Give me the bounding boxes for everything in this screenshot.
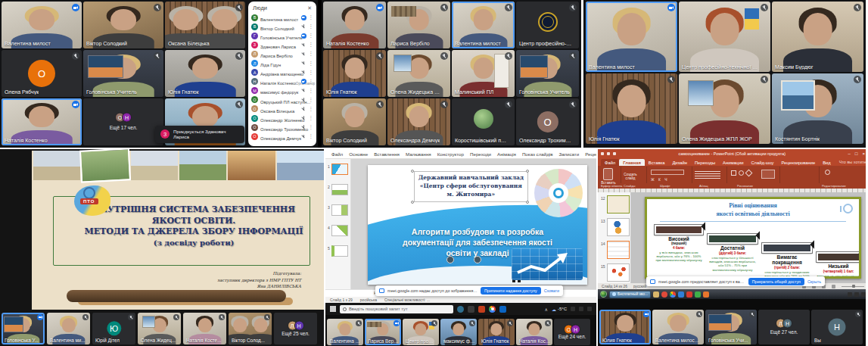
word-icon[interactable] (678, 291, 684, 298)
ribbon-tab[interactable]: Слайд-шоу (747, 159, 777, 166)
more-options-icon[interactable]: ⋮ (309, 33, 314, 39)
tray-icon[interactable] (571, 307, 575, 311)
participant-tile[interactable]: ЛНЕщё 27 чел. (758, 310, 810, 344)
ribbon-tab[interactable]: Главная (619, 159, 645, 166)
more-options-icon[interactable]: ⋮ (309, 23, 314, 30)
more-options-icon[interactable]: ⋮ (309, 115, 314, 121)
participant-tile[interactable]: Головінська Учитель (83, 50, 163, 97)
powerpoint-icon[interactable] (478, 306, 485, 313)
language-indicator[interactable]: русский (633, 285, 646, 288)
participant-tile[interactable]: ЛНЕщё 25 чел. (274, 313, 317, 344)
save-icon[interactable] (601, 152, 604, 155)
participant-tile[interactable]: Центр професі... (403, 319, 439, 345)
selection-handle[interactable] (411, 170, 414, 173)
participant-tile[interactable]: Віктор Солодкий (83, 2, 163, 48)
participant-tile[interactable]: Максим Бурдюг (772, 2, 863, 72)
slide-thumbnail[interactable]: 3 (327, 204, 349, 218)
participant-tile[interactable]: Юлія Гнатюк (478, 319, 515, 345)
selection-handle[interactable] (526, 170, 529, 173)
excel-icon[interactable] (695, 291, 701, 298)
slide-thumbnail[interactable]: 13 (607, 218, 630, 236)
ribbon-tab[interactable]: Анимации (719, 159, 747, 166)
participant-tile[interactable]: Наталія Косте... (516, 319, 552, 345)
more-options-icon[interactable]: ⋮ (309, 97, 314, 103)
edge-icon[interactable] (499, 306, 506, 313)
slide-thumbnail[interactable]: 4 (327, 225, 349, 238)
participant-tile[interactable]: Олена Жидец... (138, 313, 181, 344)
arrange-icon[interactable] (761, 170, 775, 179)
stop-sharing-button[interactable]: Припинити надання доступу (481, 287, 541, 295)
language-indicator[interactable]: російська (360, 298, 377, 302)
participant-tile[interactable]: Центр професійно-технічної освіти м. Жит… (679, 2, 770, 72)
hide-banner-link[interactable]: Скрыть (807, 279, 821, 284)
slide-canvas[interactable]: Державний навчальний заклад«Центр сфери … (368, 165, 587, 285)
new-slide-button[interactable]: Создать слайд (619, 173, 642, 180)
ribbon-tab[interactable]: Анімація (494, 151, 519, 157)
participant-tile[interactable]: Малинський ПЛ (452, 50, 515, 97)
tell-me-box[interactable]: Что вы хотите сделать? (839, 160, 868, 164)
stop-sharing-button[interactable]: Прекратить общий доступ (748, 278, 804, 285)
participant-tile[interactable]: Юлія Гнатюк (165, 50, 245, 97)
slide-thumbnail[interactable]: 14 (607, 241, 630, 259)
participant-row[interactable]: ООлександра Демчук⋮ (248, 132, 316, 141)
slide-thumbnail[interactable]: 1 (327, 164, 349, 177)
start-button[interactable] (330, 306, 336, 312)
ribbon-tab[interactable]: Рецензирование (777, 159, 819, 166)
tray-icon[interactable] (587, 307, 592, 311)
font-style-buttons[interactable]: Ж К Ч (651, 177, 669, 182)
view-slideshow-icon[interactable] (832, 285, 835, 288)
participant-tile[interactable]: Головінська У... (2, 313, 45, 344)
shape-circle-icon[interactable] (739, 170, 744, 176)
participant-tile[interactable]: Коростишівський професійний аграр... (452, 98, 515, 145)
tray-icon[interactable] (848, 292, 852, 297)
find-icon[interactable] (825, 170, 830, 175)
participant-tile[interactable]: Валентина милост (586, 2, 677, 72)
tray-expand-icon[interactable]: ∧ (545, 307, 548, 312)
participant-tile[interactable]: Валентина милост (2, 2, 82, 48)
more-options-icon[interactable]: ⋮ (309, 79, 314, 85)
cortana-icon[interactable] (457, 306, 464, 313)
participant-tile[interactable]: максимус фед... (440, 319, 477, 345)
more-options-icon[interactable]: ⋮ (309, 133, 314, 139)
close-icon[interactable]: ✕ (307, 5, 312, 11)
participant-tile[interactable]: Валентина ми... (47, 313, 90, 344)
participant-tile[interactable]: Наталія Косте... (183, 313, 226, 344)
participant-tile[interactable]: Юлія Гнатюк (323, 50, 386, 97)
ribbon-tab[interactable]: Файл (328, 151, 346, 157)
selection-handle[interactable] (526, 201, 529, 204)
participant-tile[interactable]: Лариса Вербіло (387, 2, 450, 48)
slide-thumbnail[interactable]: 15 (607, 263, 630, 282)
ribbon-tab[interactable]: Показ слайдів (519, 151, 556, 157)
participant-tile[interactable]: Валентина ми... (327, 319, 363, 345)
hide-banner-link[interactable]: Сховати (544, 288, 559, 293)
participant-tile[interactable]: Оксана Білецька (165, 2, 245, 48)
participant-tile[interactable]: Наталія Костенко (2, 98, 82, 145)
participant-tile[interactable]: ООлександр Трохименко (516, 98, 579, 145)
start-orb[interactable] (600, 291, 607, 298)
participant-tile[interactable]: Олена Жидецька ЖПЛ ЖОР (387, 50, 450, 97)
more-options-icon[interactable]: ⋮ (309, 61, 314, 67)
close-icon[interactable]: × (862, 151, 865, 156)
participant-tile[interactable]: ЮЮрій Дітел (92, 313, 135, 344)
undo-icon[interactable] (607, 152, 610, 155)
ribbon-tab[interactable]: Рецензування (582, 151, 596, 157)
more-options-icon[interactable]: ⋮ (309, 106, 314, 112)
ribbon-tab[interactable]: Основне (346, 151, 371, 157)
chrome-icon[interactable] (489, 306, 496, 313)
participant-tile[interactable]: Лариса Верби... (365, 319, 401, 345)
chrome-icon[interactable] (670, 291, 676, 298)
ribbon-tab[interactable]: Файл (601, 159, 619, 166)
ribbon-tab[interactable]: Малювання (403, 151, 434, 157)
participant-tile[interactable]: ОНЕщё 24 чел. (554, 319, 590, 345)
opera-icon[interactable] (661, 291, 667, 298)
ribbon-tab[interactable]: Вставлення (371, 151, 403, 157)
participant-tile[interactable]: ООлена Рябчук (2, 50, 82, 97)
participant-tile[interactable]: Віктор Солодкий (323, 98, 386, 145)
participant-tile[interactable]: Наталія Костенко (323, 2, 386, 48)
more-options-icon[interactable]: ⋮ (309, 42, 314, 48)
task-view-icon[interactable] (468, 306, 474, 313)
tray-icon[interactable] (579, 307, 583, 311)
more-options-icon[interactable]: ⋮ (309, 14, 314, 20)
ribbon-tab[interactable]: Записати (555, 151, 582, 157)
ribbon-tab[interactable]: Вставка (645, 159, 669, 166)
